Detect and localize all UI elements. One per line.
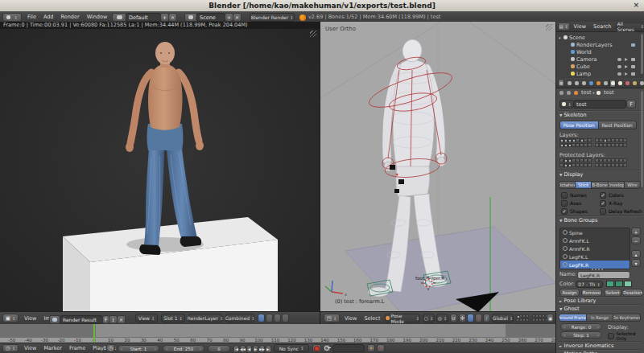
image-alpha-toggle[interactable] (266, 314, 273, 322)
menu-item-view[interactable]: View (572, 22, 588, 31)
bone-group-move-up-button[interactable]: ▴ (631, 250, 641, 258)
bone-color-swatch[interactable] (615, 281, 623, 287)
bone-color-swatch[interactable] (624, 281, 632, 287)
start-frame-stepper[interactable]: ‹Start: 1› (118, 345, 159, 352)
manipulator-toggle[interactable]: ✛ (459, 314, 466, 322)
current-frame-playhead[interactable] (93, 324, 95, 343)
bone-group-legfk.l[interactable]: LegFK.L (560, 252, 630, 261)
layer-toggle[interactable] (588, 158, 592, 162)
properties-scrollbar[interactable] (641, 91, 643, 187)
checkbox-icon[interactable]: ✓ (600, 192, 606, 199)
layer-toggle[interactable] (623, 143, 627, 147)
bone-group-move-down-button[interactable]: ▾ (631, 259, 641, 267)
display-option-colors[interactable]: ✓Colors (600, 191, 624, 199)
draw-type-stick-button[interactable]: Stick (576, 181, 592, 189)
camera-toggle-icon[interactable] (631, 72, 635, 76)
draw-type-wire-button[interactable]: Wire (625, 181, 641, 189)
draw-type-b-bone-button[interactable]: B-Bone (592, 181, 608, 189)
bone-group-legfk.r[interactable]: LegFK.R (560, 261, 630, 269)
stepper-right-icon[interactable]: › (200, 346, 201, 351)
menu-item-window[interactable]: Window (85, 12, 110, 22)
layer-toggle[interactable] (568, 143, 572, 147)
render-layer-select[interactable]: RenderLayer↕ (188, 314, 222, 322)
arrow-toggle-icon[interactable] (625, 72, 628, 76)
tab-material[interactable] (624, 79, 630, 88)
image-toggle-icon[interactable] (631, 43, 635, 47)
menu-item-view[interactable]: View (22, 343, 39, 353)
insert-keyframe-button[interactable]: + (367, 344, 375, 352)
rotate-manipulator-button[interactable]: / (475, 314, 482, 322)
menu-item-file[interactable]: File (25, 12, 39, 22)
playback-button-5[interactable]: ▶| (266, 345, 271, 353)
layer-toggle[interactable] (568, 163, 572, 167)
outliner-item-camera[interactable]: Camera (556, 55, 640, 63)
playback-button-3[interactable]: ▶ (253, 345, 258, 353)
panel-skeleton-header[interactable]: ▼Skeleton (556, 112, 644, 118)
outliner-scrollbar[interactable] (641, 34, 643, 74)
editor-type-image-button[interactable]: ▣↕ (2, 314, 19, 322)
viewport-layer-toggle[interactable] (526, 314, 529, 318)
stepper-right-icon[interactable]: › (597, 332, 599, 338)
layer-toggle[interactable] (568, 158, 572, 162)
tab-physics[interactable] (638, 79, 644, 88)
playback-button-2[interactable]: ◀ (246, 345, 252, 353)
stepper-left-icon[interactable]: ‹ (564, 332, 565, 338)
color-set-select[interactable]: 07 - Th↕ (576, 281, 603, 288)
display-option-names[interactable]: Names (561, 191, 587, 199)
pivot-point-select[interactable]: ◎↕ (436, 314, 448, 322)
checkbox-icon[interactable] (608, 333, 614, 339)
image-name-field[interactable]: Render Result (60, 315, 103, 324)
render-slot-select[interactable]: Slot 1↕ (161, 314, 185, 322)
display-option-x-ray[interactable]: ✓X-Ray (600, 199, 622, 207)
image-draw-channels-toggle[interactable] (258, 314, 265, 322)
bone-group-name-field[interactable]: LegFK.R (577, 271, 630, 279)
current-frame-field[interactable]: 0 (208, 345, 230, 352)
arrow-toggle-icon[interactable] (625, 58, 628, 61)
menu-item-render[interactable]: Render (58, 12, 81, 22)
menu-item-view[interactable]: View (22, 314, 39, 323)
keying-set-icon-button[interactable] (323, 344, 331, 352)
checkbox-icon[interactable]: ✓ (561, 208, 568, 215)
stepper-left-icon[interactable]: ‹ (121, 346, 122, 351)
sync-mode-select[interactable]: No Sync↕ (274, 344, 309, 352)
draw-type-octahed-button[interactable]: Octahed (559, 181, 576, 189)
image-view-select[interactable]: View↕ (135, 314, 158, 322)
skeleton-pose-position-button[interactable]: Pose Position (559, 121, 599, 129)
outliner-item-lamp[interactable]: Lamp (556, 70, 640, 77)
image-unlink-button[interactable]: × (117, 315, 126, 324)
editor-type-info-button[interactable]: ↕ (2, 13, 22, 22)
area-corner-grip[interactable] (310, 31, 316, 37)
ghost-range-stepper[interactable]: ‹Range: 0› (560, 323, 602, 330)
layer-toggle[interactable] (572, 138, 576, 142)
armature-browse-button[interactable]: ↕ (559, 100, 574, 109)
selected-only-option[interactable]: Selected Only (608, 332, 644, 339)
lock-layers-toggle[interactable]: ▣ (547, 314, 554, 322)
ghost-step-stepper[interactable]: ‹Step: 1› (560, 331, 602, 339)
outliner-display-mode-select[interactable]: All Scenes↕ (616, 23, 644, 31)
menu-item-frame[interactable]: Frame (67, 343, 88, 353)
eye-toggle-icon[interactable] (617, 65, 621, 68)
editor-type-3d-button[interactable]: ◳↕ (324, 314, 340, 322)
layer-toggle[interactable] (603, 138, 607, 142)
camera-toggle-icon[interactable] (631, 58, 635, 61)
checkbox-icon[interactable]: ✓ (600, 200, 606, 207)
breadcrumb-object[interactable]: test (581, 89, 591, 96)
display-option-shapes[interactable]: ✓Shapes (561, 207, 588, 215)
window-close-button[interactable]: × (633, 1, 639, 9)
stepper-left-icon[interactable]: ‹ (564, 324, 565, 330)
tab-constraints[interactable] (602, 79, 609, 88)
menu-item-search[interactable]: Search (591, 22, 613, 31)
panel-bone-groups-header[interactable]: ▼Bone Groups (556, 217, 644, 224)
timeline[interactable]: -50-40-30-20-100102030405060708090100110… (0, 324, 555, 343)
stepper-right-icon[interactable]: › (155, 346, 156, 351)
viewport-shading-select[interactable]: ○↕ (423, 314, 435, 322)
tab-render-layers[interactable] (573, 79, 580, 88)
menu-item-view[interactable]: View (342, 314, 359, 323)
end-frame-stepper[interactable]: ‹End: 250› (163, 345, 204, 352)
playback-button-0[interactable]: |◀ (233, 345, 239, 353)
fake-user-button[interactable]: F (626, 100, 636, 109)
transform-orientation-select[interactable]: Global↕ (492, 314, 514, 322)
image-zbuffer-toggle[interactable] (274, 314, 281, 322)
outliner-item-scene[interactable]: ▾Scene (556, 34, 640, 41)
tab-scene[interactable] (580, 79, 587, 88)
